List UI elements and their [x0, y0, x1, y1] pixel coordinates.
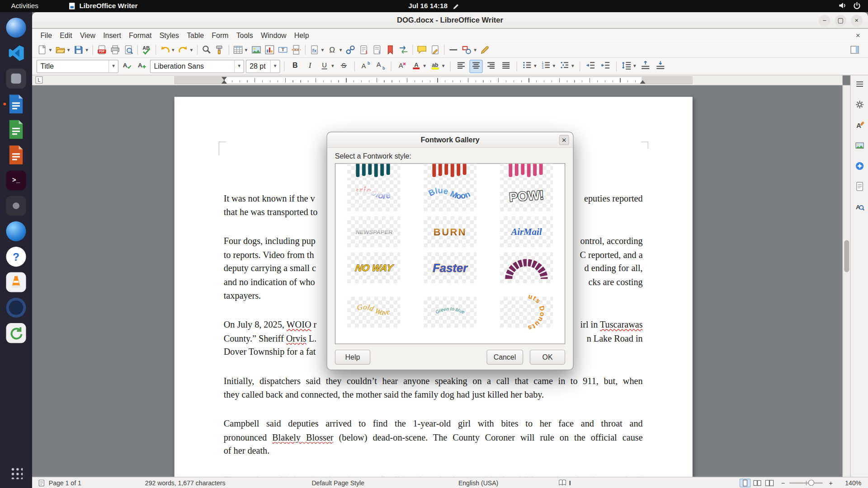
outline-list-button[interactable]: ▼	[558, 60, 576, 73]
menu-form[interactable]: Form	[208, 30, 232, 41]
close-button[interactable]: ×	[851, 14, 863, 26]
dock-item-files[interactable]	[2, 66, 30, 91]
dock-item-software-updater[interactable]	[2, 321, 30, 345]
menu-table[interactable]: Table	[183, 30, 208, 41]
zoom-out-button[interactable]: −	[781, 478, 785, 488]
tab-stop-selector[interactable]: L	[35, 76, 42, 84]
activities-button[interactable]: Activities	[8, 2, 42, 10]
zoom-in-button[interactable]: +	[829, 478, 832, 488]
basic-shapes-button[interactable]: ▼	[460, 43, 478, 56]
status-page-count[interactable]: Page 1 of 1	[49, 478, 81, 488]
para-space-increase-button[interactable]	[639, 60, 652, 73]
book-view-button[interactable]	[764, 479, 775, 488]
dock-item-vlc[interactable]	[2, 270, 30, 295]
ok-button[interactable]: OK	[530, 349, 565, 364]
underline-button[interactable]: U▼	[318, 60, 335, 73]
status-page-style[interactable]: Default Page Style	[311, 478, 364, 488]
dock-item-browser[interactable]	[2, 15, 30, 40]
fontwork-style-no-way[interactable]: NO WAY	[347, 252, 401, 283]
insert-cross-reference-button[interactable]	[397, 43, 410, 56]
sidebar-toggle-button[interactable]	[848, 43, 861, 56]
align-justify-button[interactable]	[499, 60, 512, 73]
dropdown-arrow-icon[interactable]: ▼	[48, 47, 53, 52]
dock-item-libreoffice-impress[interactable]	[2, 143, 30, 167]
indent-increase-button[interactable]	[584, 60, 597, 73]
align-center-button[interactable]	[469, 60, 482, 73]
font-color-button[interactable]: A▼	[410, 60, 427, 73]
save-button[interactable]: ▼	[72, 43, 90, 56]
fontwork-style-donuts[interactable]: Donuts Donuts Donuts	[500, 296, 553, 328]
menu-tools[interactable]: Tools	[232, 30, 257, 41]
sidebar-tab-gallery[interactable]	[853, 140, 866, 153]
window-titlebar[interactable]: DOG.docx - LibreOffice Writer − ▢ ×	[32, 12, 868, 29]
fontwork-style-green-to-blue[interactable]: Green to blue	[424, 296, 477, 328]
dropdown-arrow-icon[interactable]: ▼	[244, 47, 249, 52]
bullet-list-button[interactable]: ▼	[521, 60, 538, 73]
dropdown-arrow-icon[interactable]: ▼	[339, 47, 343, 52]
insert-comment-button[interactable]	[415, 43, 429, 56]
dropdown-arrow-icon[interactable]: ▼	[85, 47, 89, 52]
menu-styles[interactable]: Styles	[156, 30, 183, 41]
dropdown-arrow-icon[interactable]: ▼	[441, 64, 446, 69]
numbered-list-button[interactable]: 1.2.3.▼	[539, 60, 557, 73]
fontwork-style-pow[interactable]: POW!	[500, 180, 553, 211]
right-indent-marker[interactable]	[640, 80, 646, 84]
chevron-down-icon[interactable]: ▼	[234, 60, 244, 72]
dock-item-code-editor[interactable]	[2, 41, 30, 66]
dock-item-libreoffice-writer[interactable]	[2, 92, 30, 116]
fontwork-style-partial-2[interactable]	[424, 163, 477, 181]
scrollbar-thumb[interactable]	[844, 240, 849, 272]
export-pdf-button[interactable]: PDF	[95, 43, 108, 56]
new-document-button[interactable]: ▼	[35, 43, 53, 56]
page-break-button[interactable]	[289, 43, 302, 56]
clear-formatting-button[interactable]: A	[395, 60, 408, 73]
menu-insert[interactable]: Insert	[99, 30, 125, 41]
dialog-close-button[interactable]: ✕	[559, 135, 569, 145]
bold-button[interactable]: B	[288, 60, 302, 73]
status-language[interactable]: English (USA)	[458, 478, 498, 488]
clone-formatting-button[interactable]	[213, 43, 226, 56]
insert-endnote-button[interactable]: i	[371, 43, 384, 56]
fontwork-style-tricolore[interactable]: tricolore	[347, 180, 401, 211]
dock-item-help[interactable]: ?	[2, 244, 30, 269]
horizontal-line-button[interactable]	[447, 43, 460, 56]
paragraph-style-select[interactable]: Title▼	[37, 60, 118, 73]
undo-button[interactable]: ▼	[158, 43, 176, 56]
dropdown-arrow-icon[interactable]: ▼	[473, 47, 477, 52]
sidebar-tab-style-inspector[interactable]: A	[853, 202, 866, 215]
insert-special-character-button[interactable]: Ω▼	[326, 43, 344, 56]
sidebar-tab-properties[interactable]	[853, 99, 866, 112]
draw-functions-button[interactable]	[478, 43, 491, 56]
fontwork-style-partial-3[interactable]	[500, 163, 553, 181]
dropdown-arrow-icon[interactable]: ▼	[571, 64, 575, 69]
insert-field-button[interactable]: fx▼	[307, 43, 326, 56]
fontwork-style-burn[interactable]: BURN	[424, 216, 477, 248]
horizontal-ruler[interactable]: L	[32, 75, 843, 85]
dropdown-arrow-icon[interactable]: ▼	[66, 47, 71, 52]
dock-item-app-ring[interactable]	[2, 296, 30, 320]
align-right-button[interactable]	[484, 60, 497, 73]
sidebar-tab-navigator[interactable]	[853, 160, 866, 174]
dropdown-arrow-icon[interactable]: ▼	[171, 47, 175, 52]
first-line-indent-marker[interactable]	[222, 77, 227, 80]
dock-item-web-browser-2[interactable]	[2, 219, 30, 244]
menu-format[interactable]: Format	[125, 30, 156, 41]
insert-image-button[interactable]	[250, 43, 263, 56]
chevron-down-icon[interactable]: ▼	[270, 60, 280, 72]
font-size-select[interactable]: 28 pt▼	[246, 60, 280, 73]
print-preview-button[interactable]	[122, 43, 135, 56]
dock-item-show-applications[interactable]	[2, 460, 30, 485]
dock-item-media-app[interactable]	[2, 194, 30, 218]
subscript-button[interactable]: Ab	[373, 60, 387, 73]
insert-bookmark-button[interactable]	[384, 43, 397, 56]
sidebar-tab-sidebar-settings[interactable]	[853, 79, 866, 92]
dropdown-arrow-icon[interactable]: ▼	[552, 64, 556, 69]
fontwork-style-arch[interactable]	[500, 252, 553, 283]
italic-button[interactable]: I	[303, 60, 316, 73]
status-selection-icons[interactable]: I	[558, 478, 571, 488]
line-spacing-button[interactable]: ▼	[620, 60, 637, 73]
menu-file[interactable]: File	[37, 30, 56, 41]
find-replace-button[interactable]	[200, 43, 213, 56]
fontwork-style-partial-1[interactable]	[347, 163, 401, 181]
open-button[interactable]: ▼	[54, 43, 72, 56]
